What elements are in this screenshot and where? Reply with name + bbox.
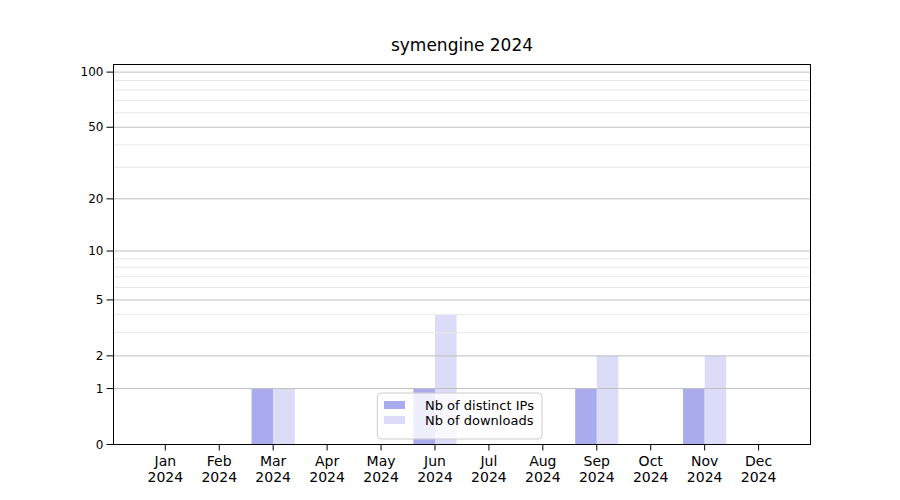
y-tick-label: 20 <box>88 192 103 206</box>
bar-distinct-ips-sep-2024 <box>575 389 597 445</box>
bar-downloads-sep-2024 <box>597 356 619 445</box>
legend-label-distinct-ips: Nb of distinct IPs <box>425 398 534 413</box>
x-tick-label: Apr2024 <box>309 453 345 485</box>
y-tick-label: 10 <box>88 244 103 258</box>
x-tick-label: Jul2024 <box>471 453 507 485</box>
bar-distinct-ips-nov-2024 <box>683 389 705 445</box>
x-tick-label: Dec2024 <box>741 453 777 485</box>
y-tick-label: 2 <box>96 349 104 363</box>
y-tick-label: 50 <box>88 120 103 134</box>
legend-swatch-distinct-ips <box>384 401 405 409</box>
x-tick-label: Nov2024 <box>687 453 723 485</box>
y-tick-label: 0 <box>96 438 104 452</box>
y-tick-label: 1 <box>96 382 104 396</box>
figure: 0125102050100Jan2024Feb2024Mar2024Apr202… <box>0 0 900 500</box>
bar-downloads-nov-2024 <box>705 356 727 445</box>
y-tick-label: 5 <box>96 293 104 307</box>
x-tick-label: Sep2024 <box>579 453 615 485</box>
chart-canvas: 0125102050100Jan2024Feb2024Mar2024Apr202… <box>0 0 900 500</box>
x-tick-label: May2024 <box>363 453 399 485</box>
y-tick-label: 100 <box>81 65 104 79</box>
x-tick-label: Feb2024 <box>201 453 237 485</box>
legend-swatch-downloads <box>384 416 405 424</box>
x-tick-label: Jan2024 <box>147 453 183 485</box>
bar-downloads-mar-2024 <box>273 389 295 445</box>
x-tick-label: Aug2024 <box>525 453 561 485</box>
x-tick-label: Mar2024 <box>255 453 291 485</box>
x-tick-label: Jun2024 <box>417 453 453 485</box>
legend: Nb of distinct IPs Nb of downloads <box>377 393 542 439</box>
x-tick-label: Oct2024 <box>633 453 669 485</box>
bar-distinct-ips-mar-2024 <box>252 389 274 445</box>
chart-title: symengine 2024 <box>391 35 533 55</box>
legend-label-downloads: Nb of downloads <box>425 413 534 428</box>
